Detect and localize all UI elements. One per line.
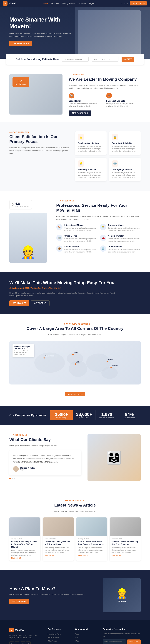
about-cta-button[interactable]: MORE ABOUT US <box>69 110 91 116</box>
footer-logo-icon: M <box>9 628 14 632</box>
testimonial-dots <box>9 478 81 479</box>
dot-1[interactable] <box>9 478 11 479</box>
cta-description: No et nibh ut curabitur gravida in curab… <box>9 292 119 297</box>
feature-title: Fast, Neat and Safe <box>106 100 141 102</box>
service-title: Junk Removal <box>108 246 141 248</box>
cta-contact-button[interactable]: CONTACT US <box>31 300 50 306</box>
network-link-1[interactable]: About <box>75 633 79 635</box>
label-africa: Africa <box>76 361 80 363</box>
nav-home[interactable]: Home <box>43 2 48 4</box>
blog-post-title: Relocating? Four Questions to Ask Your M… <box>45 540 72 546</box>
footer-description: Lorem ipsum dolor sit amet consectetur a… <box>9 634 41 639</box>
footer: M Moveto Lorem ipsum dolor sit amet cons… <box>0 620 150 644</box>
hero-cta-button[interactable]: DISCOVER MORE <box>9 41 32 46</box>
about-content: WHY WE ARE We Are Leader In Moving Compa… <box>69 74 141 116</box>
mover-image: 👷 <box>9 213 47 263</box>
plan-cta-button[interactable]: GET STARTED <box>9 599 29 604</box>
why-title: Client Satisfaction Is Our Primary Focus <box>9 134 69 144</box>
testimonials-right: 👨‍👩‍👧 <box>87 434 141 481</box>
blog-content-4: January 15, 2023 5 Tips to Ensure Your M… <box>110 536 141 558</box>
dot-2[interactable] <box>12 478 13 479</box>
blog-post-2: January 05, 2023 Relocating? Four Questi… <box>43 518 74 561</box>
services-description: Rutis vel mi sagit massa proin molestie … <box>56 215 141 221</box>
dot-vietnam <box>107 361 108 362</box>
youtube-icon[interactable]: yt <box>127 2 129 4</box>
footer-twitter-icon[interactable]: t <box>15 641 19 644</box>
service-desc: Condimentum curas facilisis aliquam posu… <box>64 248 97 253</box>
nav-links: Home Services ▾ Moving Planner ▾ Contact… <box>43 2 95 4</box>
cta-quote-button[interactable]: GET IN QUOTE <box>9 300 29 306</box>
service-link-2[interactable]: Domestic Moves <box>48 637 59 638</box>
newsletter-subscribe-button[interactable]: SUBSCRIBE <box>127 640 141 644</box>
blog-tag: FROM OUR BLOG <box>9 500 141 502</box>
footer-logo[interactable]: M Moveto <box>9 628 41 632</box>
coverage-section: OUR WORLDWIDE NETWORK Cover A Large Area… <box>0 314 150 406</box>
list-item: Terms <box>75 643 96 644</box>
blog-read-more-3[interactable]: READ MORE <box>78 554 105 556</box>
service-link-3[interactable]: Office Moves <box>48 640 57 642</box>
service-junk: 🗑️ Junk Removal Condimentum curas facili… <box>100 246 141 253</box>
about-description: Gravida accumsan lacus condimentum lorem… <box>69 84 141 90</box>
stat-number: 250K+ <box>53 412 70 417</box>
dot-france <box>72 354 74 355</box>
list-item: FAQs <box>75 640 96 642</box>
stat-label: Employees Distribute <box>99 417 115 419</box>
label-indonesia: Indonesia <box>112 365 118 366</box>
coverage-button[interactable]: SEE ALL COUNTRY <box>65 392 85 396</box>
new-zip-input[interactable] <box>92 57 118 62</box>
vehicle-icon: 🚗 <box>100 235 106 241</box>
service-international: 🏠 International Moves Condimentum curas … <box>56 224 97 232</box>
quote-block: " Porttitor integer bibendum tate pulvin… <box>9 450 81 476</box>
author-avatar <box>13 466 19 472</box>
network-link-3[interactable]: FAQs <box>75 640 79 642</box>
blog-date: January 15, 2023 <box>112 538 139 540</box>
nav-contact[interactable]: Contact <box>79 2 86 4</box>
service-title: International Moves <box>64 224 97 226</box>
nav-cta-button[interactable]: GET A QUOTE <box>130 2 147 6</box>
footer-about: M Moveto Lorem ipsum dolor sit amet cons… <box>9 628 41 644</box>
blog-date: January 01, 2023 <box>11 538 38 540</box>
storage-icon: 📦 <box>56 246 63 252</box>
nav-logo[interactable]: M Moveto <box>3 1 17 6</box>
nav-services[interactable]: Services ▾ <box>51 2 59 4</box>
facebook-icon[interactable]: f <box>121 2 121 4</box>
google-badge: G 4.8 From Google Business <box>9 200 32 209</box>
feature-fast-safe: 🚀 Fast, Neat and Safe Lorem ipsum dolor … <box>106 93 141 107</box>
dot-3[interactable] <box>14 478 15 479</box>
nav-moving-planner[interactable]: Moving Planner ▾ <box>62 2 77 4</box>
twitter-icon[interactable]: t <box>123 2 123 4</box>
blog-content-1: January 01, 2023 Packing 101: A Simple G… <box>9 536 40 561</box>
stat-employees: 1,670 Employees Distribute <box>95 410 118 420</box>
current-zip-input[interactable] <box>62 57 89 62</box>
blog-read-more-2[interactable]: READ MORE <box>45 554 72 556</box>
feature-desc: Lorem ipsum dolor sit amet, consectetur … <box>106 103 141 107</box>
stat-clients: 94% Satisfied Clients <box>118 410 141 420</box>
newsletter-email-input[interactable] <box>103 640 126 644</box>
label-france: France <box>74 352 78 353</box>
footer-facebook-icon[interactable]: f <box>9 641 14 644</box>
nav-pages[interactable]: Pages ▾ <box>89 2 95 4</box>
footer-instagram-icon[interactable]: in <box>21 641 25 644</box>
blog-title: Latest News & Article <box>9 503 141 508</box>
blog-post-4: January 15, 2023 5 Tips to Ensure Your M… <box>110 518 141 561</box>
estimate-submit-button[interactable]: SUBMIT <box>121 57 134 62</box>
service-title: Vehicle Transfer <box>108 235 141 237</box>
linkedin-icon[interactable]: in <box>124 2 126 4</box>
nav-social: f t in yt GET A QUOTE <box>121 2 147 6</box>
about-section: 17+ Years of Experience WHY WE ARE We Ar… <box>0 64 150 122</box>
domestic-icon: 🏡 <box>100 224 106 230</box>
dot-indonesia <box>110 367 112 368</box>
blog-read-more-1[interactable]: READ MORE <box>11 557 38 559</box>
footer-youtube-icon[interactable]: yt <box>26 641 31 644</box>
hero-content: Move Smarter With Moveto! Lorem ipsum do… <box>9 16 75 46</box>
network-link-2[interactable]: Blog <box>75 637 78 638</box>
service-link-1[interactable]: International Moves <box>48 633 61 635</box>
service-title: Secure Storage <box>64 246 97 248</box>
blog-read-more-4[interactable]: READ MORE <box>112 554 139 556</box>
service-storage: 📦 Secure Storage Condimentum curas facil… <box>56 246 97 253</box>
why-section: WHY CHOOSE US Client Satisfaction Is Our… <box>0 122 150 191</box>
service-desc: Condimentum curas facilisis aliquam posu… <box>108 227 141 232</box>
card-desc: In bibendum fringilla quis posuere nam v… <box>112 172 138 178</box>
footer-newsletter: Subscribe Newsletter Lorem ipsum dolor s… <box>103 628 141 644</box>
stat-number: 38,000+ <box>76 412 92 417</box>
